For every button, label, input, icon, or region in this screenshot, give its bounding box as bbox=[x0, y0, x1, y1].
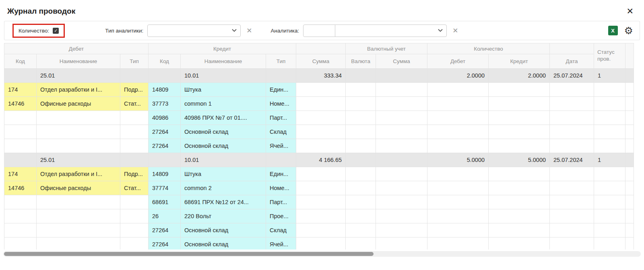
cell-sum bbox=[296, 209, 346, 223]
cell-debit-code bbox=[4, 111, 37, 125]
cell-currency bbox=[346, 195, 376, 209]
cell-debit-type bbox=[120, 69, 149, 83]
cell-status bbox=[594, 195, 625, 209]
page-title: Журнал проводок bbox=[7, 7, 75, 16]
horizontal-scrollbar-thumb[interactable] bbox=[4, 252, 374, 256]
cell-credit-name: 68691 ПРХ №12 от 24... bbox=[181, 195, 266, 209]
cell-date bbox=[550, 237, 594, 250]
cell-currency bbox=[346, 125, 376, 139]
cell-currency bbox=[346, 237, 376, 250]
filter-bar: Количество: ✓ Тип аналитики: ✕ Аналитика… bbox=[4, 21, 640, 40]
cell-qty-debit bbox=[427, 125, 489, 139]
analytics-code-input[interactable] bbox=[303, 25, 335, 37]
cell-debit-code bbox=[4, 209, 37, 223]
cell-debit-code bbox=[4, 139, 37, 153]
cell-filler bbox=[625, 139, 634, 153]
column-header-5: Тип bbox=[266, 54, 296, 69]
cell-qty-debit bbox=[427, 111, 489, 125]
quantity-checkbox[interactable]: ✓ bbox=[53, 28, 59, 34]
cell-credit-code: 68691 bbox=[149, 195, 181, 209]
cell-credit-name: Основной склад bbox=[181, 125, 266, 139]
column-header-status: Статус пров. bbox=[594, 43, 625, 69]
cell-qty-debit bbox=[427, 167, 489, 181]
detail-row[interactable]: 174Отдел разработки и I...Подр...14809Шт… bbox=[4, 167, 634, 181]
cell-sum bbox=[296, 97, 346, 111]
cell-status: 1 bbox=[594, 69, 625, 83]
cell-debit-name bbox=[37, 125, 120, 139]
close-icon[interactable]: ✕ bbox=[626, 7, 634, 16]
cell-qty-debit: 2.0000 bbox=[427, 69, 489, 83]
cell-debit-type bbox=[120, 209, 149, 223]
cell-currency-sum bbox=[376, 153, 427, 167]
cell-currency-sum bbox=[376, 181, 427, 195]
cell-status bbox=[594, 111, 625, 125]
group-header-3: Валютный учет bbox=[346, 43, 427, 54]
cell-date: 25.07.2024 bbox=[550, 153, 594, 167]
detail-row[interactable]: 14746Офисные расходыСтат...37773common 1… bbox=[4, 97, 634, 111]
cell-filler bbox=[625, 125, 634, 139]
detail-row[interactable]: 27264Основной складЯчей... bbox=[4, 139, 634, 153]
cell-debit-name bbox=[37, 209, 120, 223]
cell-sum: 333.34 bbox=[296, 69, 346, 83]
summary-row[interactable]: 25.0110.01333.342.00002.000025.07.20241 bbox=[4, 69, 634, 83]
cell-debit-code bbox=[4, 125, 37, 139]
journal-table-container: ДебетКредитВалютный учетКоличествоСтатус… bbox=[4, 43, 644, 250]
cell-credit-name: Штука bbox=[181, 167, 266, 181]
cell-sum bbox=[296, 111, 346, 125]
analytics-type-select[interactable] bbox=[147, 25, 241, 37]
excel-export-icon[interactable]: X bbox=[608, 26, 618, 35]
detail-row[interactable]: 27264Основной складЯчей... bbox=[4, 237, 634, 250]
chevron-down-icon bbox=[438, 29, 443, 32]
cell-qty-credit bbox=[489, 209, 550, 223]
detail-row[interactable]: 174Отдел разработки и I...Подр...14809Шт… bbox=[4, 83, 634, 97]
cell-credit-type bbox=[266, 153, 296, 167]
cell-filler bbox=[625, 237, 634, 250]
cell-status bbox=[594, 181, 625, 195]
cell-debit-type bbox=[120, 223, 149, 237]
cell-qty-credit bbox=[489, 223, 550, 237]
horizontal-scrollbar[interactable] bbox=[3, 251, 641, 257]
detail-row[interactable]: 6869168691 ПРХ №12 от 24...Парт... bbox=[4, 195, 634, 209]
cell-filler bbox=[625, 83, 634, 97]
cell-credit-code: 27264 bbox=[149, 223, 181, 237]
detail-row[interactable]: 27264Основной складСклад bbox=[4, 223, 634, 237]
cell-qty-debit bbox=[427, 83, 489, 97]
cell-sum bbox=[296, 195, 346, 209]
cell-qty-debit: 5.0000 bbox=[427, 153, 489, 167]
analytics-type-clear-icon[interactable]: ✕ bbox=[246, 27, 252, 35]
column-header-row: КодНаименованиеТипКодНаименованиеТипСумм… bbox=[4, 54, 634, 69]
cell-qty-credit bbox=[489, 83, 550, 97]
detail-row[interactable]: 26220 ВольтПрое... bbox=[4, 209, 634, 223]
cell-debit-code: 14746 bbox=[4, 181, 37, 195]
detail-row[interactable]: 4098640986 ПРХ №7 от 01....Парт... bbox=[4, 111, 634, 125]
cell-filler bbox=[625, 209, 634, 223]
cell-qty-credit: 5.0000 bbox=[489, 153, 550, 167]
cell-qty-credit bbox=[489, 139, 550, 153]
cell-credit-type: Ячей... bbox=[266, 237, 296, 250]
column-header-2: Тип bbox=[120, 54, 149, 69]
summary-row[interactable]: 25.0110.014 166.655.00005.000025.07.2024… bbox=[4, 153, 634, 167]
settings-gear-icon[interactable]: ⚙ bbox=[624, 26, 633, 36]
analytics-select[interactable] bbox=[335, 25, 447, 37]
cell-qty-debit bbox=[427, 209, 489, 223]
cell-currency bbox=[346, 181, 376, 195]
cell-currency bbox=[346, 69, 376, 83]
cell-credit-type bbox=[266, 69, 296, 83]
cell-currency-sum bbox=[376, 97, 427, 111]
cell-qty-credit bbox=[489, 125, 550, 139]
cell-currency-sum bbox=[376, 83, 427, 97]
cell-currency bbox=[346, 167, 376, 181]
cell-date bbox=[550, 125, 594, 139]
cell-credit-code: 14809 bbox=[149, 167, 181, 181]
column-header-9: Дебет bbox=[427, 54, 489, 69]
analytics-clear-icon[interactable]: ✕ bbox=[452, 27, 458, 35]
detail-row[interactable]: 14746Офисные расходыСтат...37774common 2… bbox=[4, 181, 634, 195]
cell-credit-name: 40986 ПРХ №7 от 01.... bbox=[181, 111, 266, 125]
cell-qty-credit bbox=[489, 97, 550, 111]
cell-filler bbox=[625, 111, 634, 125]
cell-date bbox=[550, 97, 594, 111]
cell-debit-name bbox=[37, 223, 120, 237]
cell-currency-sum bbox=[376, 167, 427, 181]
detail-row[interactable]: 27264Основной складСклад bbox=[4, 125, 634, 139]
cell-date bbox=[550, 83, 594, 97]
